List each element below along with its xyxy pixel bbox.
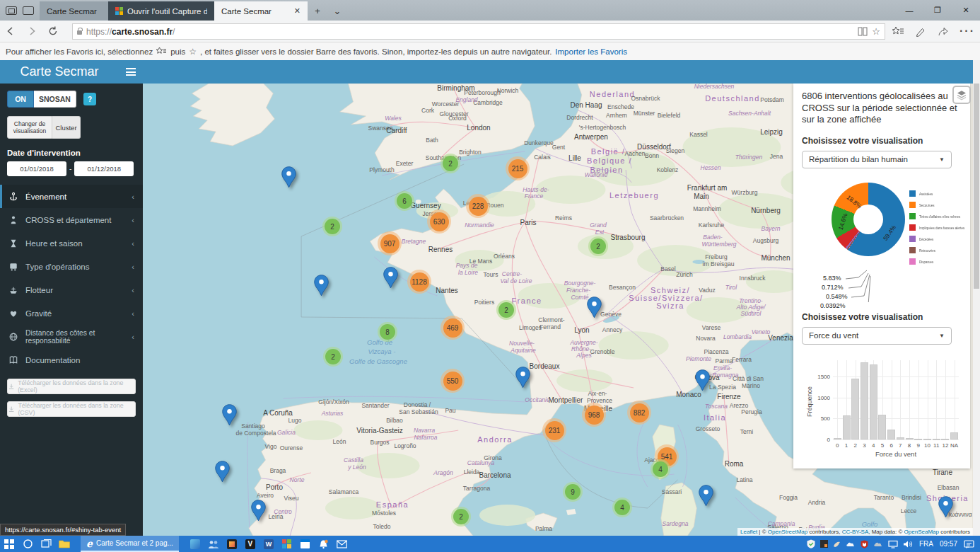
start-icon[interactable] — [0, 536, 18, 552]
cluster-marker[interactable]: 215 — [506, 156, 530, 180]
video-icon[interactable]: V — [241, 536, 259, 552]
annotate-pen-icon[interactable] — [916, 26, 926, 37]
tab-carte-secmar-1[interactable]: Carte Secmar — [40, 1, 108, 21]
tab-preview-icon[interactable] — [23, 6, 34, 15]
leaflet-map[interactable]: CorkBirminghamPeterboroughNorwichCambrid… — [143, 84, 973, 536]
refresh-icon[interactable] — [42, 25, 64, 37]
set-tabs-aside-icon[interactable] — [6, 6, 17, 15]
map-pin[interactable] — [215, 461, 230, 483]
people-icon[interactable] — [204, 536, 223, 552]
edge-task-button[interactable]: e Carte Secmar et 2 pag... — [81, 536, 179, 552]
cluster-marker[interactable]: 907 — [378, 231, 402, 255]
attribution-link[interactable]: CC-BY-SA — [842, 529, 869, 535]
sidebar-item-gravit-[interactable]: Gravité‹ — [0, 301, 143, 325]
attribution-link[interactable]: Leaflet — [740, 529, 757, 535]
map-pin[interactable] — [515, 367, 530, 389]
sidebar-item--venement[interactable]: Évenement‹ — [0, 185, 143, 208]
calendar-icon[interactable] — [296, 536, 315, 552]
download-csv-button[interactable]: Télécharger les données dans la zone (CS… — [7, 401, 136, 417]
date-from-input[interactable]: 01/01/2018 — [7, 161, 66, 176]
photos-icon[interactable] — [186, 536, 204, 552]
minimize-button[interactable]: — — [895, 0, 923, 21]
sidebar-item-documentation[interactable]: Documentation — [0, 348, 143, 372]
cluster-marker[interactable]: 550 — [441, 369, 465, 393]
address-bar[interactable]: https://carte.snosan.fr/ ☆ — [72, 23, 885, 40]
viz-select-1[interactable]: Répartition du bilan humain▼ — [802, 151, 952, 168]
back-icon[interactable] — [0, 25, 21, 37]
cluster-marker[interactable]: 2 — [588, 236, 608, 256]
map-pin[interactable] — [281, 166, 296, 188]
map-pin[interactable] — [251, 500, 266, 522]
taskview-icon[interactable] — [37, 536, 55, 552]
volume-icon[interactable] — [903, 540, 913, 548]
sidebar-item-type-d-op-rations[interactable]: Type d'opérations‹ — [0, 255, 143, 278]
more-menu-icon[interactable]: ··· — [959, 25, 975, 38]
office-grid-icon[interactable] — [278, 536, 296, 552]
map-pin[interactable] — [314, 275, 329, 297]
map-pin[interactable] — [938, 496, 953, 518]
cluster-marker[interactable]: 4 — [651, 459, 670, 479]
cloud-icon[interactable] — [873, 541, 883, 547]
word-icon[interactable]: W — [259, 536, 278, 552]
cluster-marker[interactable]: 2 — [451, 507, 471, 527]
mcafee-icon[interactable] — [861, 540, 868, 548]
share-icon[interactable] — [938, 26, 948, 37]
toggle-on-button[interactable]: ON — [7, 91, 34, 108]
onedrive-icon[interactable] — [846, 541, 856, 547]
sidebar-item-distance-des-c-tes-et-responsabilit-[interactable]: Distance des côtes et responsabilité‹ — [0, 325, 143, 348]
map-pin[interactable] — [383, 267, 398, 289]
app-title[interactable]: Carte Secmar — [0, 60, 119, 84]
cluster-marker[interactable]: 231 — [542, 418, 566, 442]
app-tray-icon[interactable] — [820, 540, 828, 548]
reading-view-icon[interactable] — [858, 27, 868, 36]
download-excel-button[interactable]: Télécharger les données dans la zone (Ex… — [7, 379, 136, 394]
scrollbar[interactable] — [973, 60, 980, 536]
clock[interactable]: 09:57 — [940, 540, 957, 548]
hamburger-menu-icon[interactable] — [119, 60, 143, 84]
alarm-icon[interactable] — [315, 536, 333, 552]
cluster-marker[interactable]: 2 — [496, 300, 516, 320]
close-button[interactable]: ✕ — [952, 0, 980, 21]
sidebar-item-heure-et-saison[interactable]: Heure et saison‹ — [0, 231, 143, 255]
sidebar-item-flotteur[interactable]: Flotteur‹ — [0, 278, 143, 301]
cluster-marker[interactable]: 228 — [466, 194, 490, 218]
scrollbar-thumb[interactable] — [974, 84, 979, 289]
defender-icon[interactable] — [807, 539, 815, 548]
action-center-icon[interactable] — [964, 539, 974, 549]
cluster-marker[interactable]: 6 — [395, 191, 414, 211]
cortana-icon[interactable] — [18, 536, 37, 552]
viz-select-2[interactable]: Force du vent▼ — [802, 327, 952, 345]
sidebar-item-cross-et-d-partement[interactable]: CROSS et département‹ — [0, 208, 143, 231]
language-indicator[interactable]: FRA — [919, 540, 933, 548]
cluster-marker[interactable]: 469 — [441, 316, 465, 340]
cluster-marker[interactable]: 1128 — [407, 270, 431, 294]
tab-capture[interactable]: Ouvrir l'outil Capture d'écra — [108, 1, 214, 21]
bird-icon[interactable] — [833, 541, 841, 548]
import-favorites-link[interactable]: Importer les Favoris — [555, 47, 627, 56]
tab-list-dropdown[interactable]: ⌄ — [327, 1, 347, 21]
cluster-marker[interactable]: 630 — [427, 209, 451, 234]
maximize-button[interactable]: ❐ — [923, 0, 952, 21]
cluster-marker[interactable]: 968 — [582, 403, 606, 427]
cluster-marker[interactable]: 4 — [612, 498, 632, 517]
cluster-button[interactable]: Cluster — [52, 116, 81, 139]
toggle-snosan-button[interactable]: SNOSAN — [34, 91, 76, 108]
network-icon[interactable] — [888, 540, 898, 548]
attribution-link[interactable]: OpenStreetMap — [768, 529, 807, 535]
tab-carte-secmar-active[interactable]: Carte Secmar ✕ — [214, 1, 308, 21]
cluster-marker[interactable]: 882 — [627, 401, 651, 425]
cluster-marker[interactable]: 2 — [441, 154, 460, 173]
change-visualisation-button[interactable]: Changer de visualisation — [7, 116, 52, 139]
mail-icon[interactable] — [333, 536, 351, 552]
gallery-icon[interactable] — [223, 536, 241, 552]
close-tab-icon[interactable]: ✕ — [294, 6, 301, 16]
help-button[interactable]: ? — [83, 93, 96, 105]
date-to-input[interactable]: 01/12/2018 — [74, 161, 134, 176]
new-tab-button[interactable]: + — [308, 1, 327, 21]
cluster-marker[interactable]: 9 — [563, 482, 583, 502]
cluster-marker[interactable]: 2 — [322, 217, 342, 236]
favorites-hub-icon[interactable] — [892, 26, 904, 37]
cluster-marker[interactable]: 2 — [323, 347, 343, 367]
map-pin[interactable] — [695, 369, 710, 391]
map-pin[interactable] — [587, 297, 602, 318]
